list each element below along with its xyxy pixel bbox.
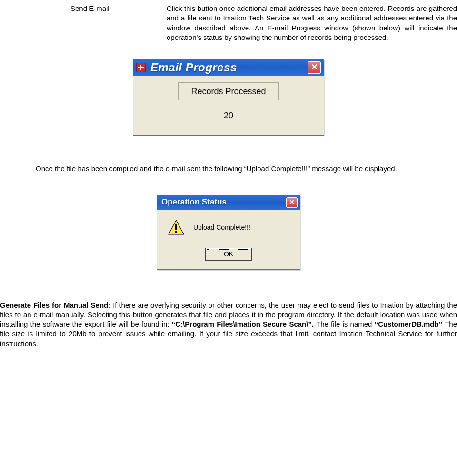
email-progress-window: Email Progress ✕ Records Processed 20 xyxy=(133,59,324,136)
window-body: Records Processed 20 xyxy=(133,76,324,135)
lead-bold: Generate Files for Manual Send: xyxy=(0,301,110,309)
button-row: OK xyxy=(165,248,292,261)
app-icon xyxy=(136,63,146,72)
warning-icon xyxy=(168,219,185,236)
window-title: Email Progress xyxy=(150,60,308,75)
records-processed-count: 20 xyxy=(133,110,324,121)
figure-email-progress: Email Progress ✕ Records Processed 20 xyxy=(0,59,457,136)
path-bold: “C:\Program Files\Imation Secure Scan\”. xyxy=(172,320,314,328)
message-text: Upload Complete!!! xyxy=(193,223,250,232)
window-title: Operation Status xyxy=(159,197,286,208)
definition-term: Send E-mail xyxy=(0,4,167,42)
message-row: Upload Complete!!! xyxy=(165,219,292,236)
paragraph-upload-complete-intro: Once the file has been compiled and the … xyxy=(0,164,457,174)
operation-status-window: Operation Status ✕ Upload Complete!!! xyxy=(157,195,300,270)
t2: The file is named xyxy=(314,320,375,328)
ok-button[interactable]: OK xyxy=(205,248,252,261)
window-body: Upload Complete!!! OK xyxy=(157,210,300,269)
titlebar: Operation Status ✕ xyxy=(157,195,300,210)
close-icon[interactable]: ✕ xyxy=(286,197,298,208)
figure-operation-status: Operation Status ✕ Upload Complete!!! xyxy=(0,195,457,270)
definition-row-send-email: Send E-mail Click this button once addit… xyxy=(0,0,457,42)
records-processed-label: Records Processed xyxy=(178,82,278,100)
svg-rect-2 xyxy=(175,231,177,233)
svg-rect-1 xyxy=(175,224,177,230)
titlebar: Email Progress ✕ xyxy=(133,59,324,76)
close-icon[interactable]: ✕ xyxy=(308,61,321,74)
document-page: Send E-mail Click this button once addit… xyxy=(0,0,457,365)
definition-body: Click this button once additional email … xyxy=(167,4,457,42)
name-bold: “CustomerDB.mdb” xyxy=(375,320,443,328)
paragraph-generate-files: Generate Files for Manual Send: If there… xyxy=(0,301,457,349)
